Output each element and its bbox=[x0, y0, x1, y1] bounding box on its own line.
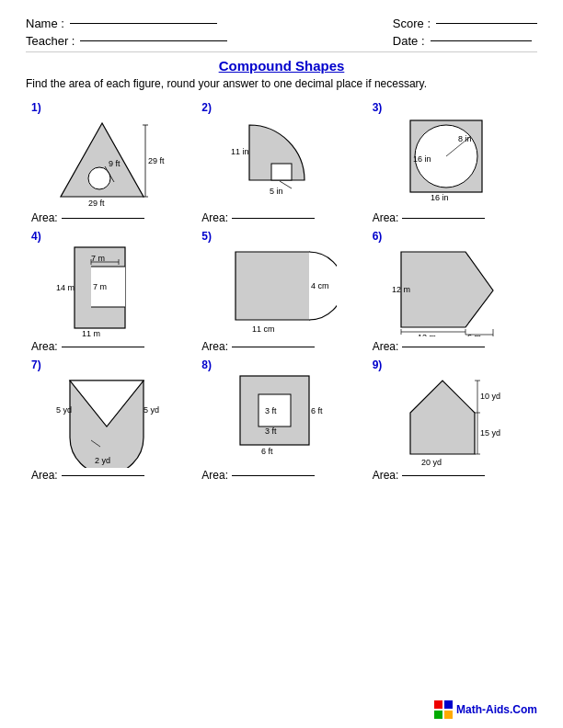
svg-4: 7 m 7 m 14 m 11 m bbox=[56, 243, 167, 339]
footer-text: Math-Aids.Com bbox=[456, 703, 537, 716]
figure-2: 11 in 5 in bbox=[201, 116, 361, 208]
figure-5: 4 cm 11 cm bbox=[201, 245, 361, 336]
area-line-3 bbox=[402, 218, 485, 219]
date-line bbox=[431, 40, 532, 41]
svg-text:16 in: 16 in bbox=[431, 193, 449, 202]
problem-8: 8) 3 ft 3 ft 6 ft 6 ft Ar bbox=[196, 355, 366, 483]
problem-9: 9) 10 yd 15 yd 20 yd bbox=[367, 355, 537, 483]
problem-8-number: 8) bbox=[201, 358, 212, 371]
area-line-5 bbox=[232, 347, 315, 347]
score-label: Score : bbox=[393, 17, 431, 30]
area-label-8: Area: bbox=[201, 469, 315, 482]
area-label-4: Area: bbox=[31, 340, 144, 353]
date-row: Date : bbox=[393, 34, 537, 48]
area-label-2: Area: bbox=[201, 211, 315, 224]
area-line-2 bbox=[232, 218, 315, 219]
page-title: Compound Shapes bbox=[26, 58, 537, 74]
svg-marker-52 bbox=[410, 381, 475, 454]
svg-rect-61 bbox=[434, 700, 442, 709]
area-label-3: Area: bbox=[373, 211, 486, 224]
score-row: Score : bbox=[393, 17, 537, 30]
area-label-9: Area: bbox=[373, 469, 486, 482]
area-label-7: Area: bbox=[31, 469, 144, 482]
svg-text:5 in: 5 in bbox=[270, 187, 283, 196]
svg-3: 16 in 16 in 8 in bbox=[401, 116, 502, 208]
figure-6: 12 m 12 m 6 m bbox=[373, 245, 532, 336]
svg-marker-32 bbox=[401, 252, 493, 327]
svg-rect-62 bbox=[444, 700, 453, 709]
header-right: Score : Date : bbox=[393, 17, 537, 48]
svg-text:5 yd: 5 yd bbox=[56, 405, 72, 415]
problem-7-number: 7) bbox=[31, 358, 41, 371]
svg-text:5 yd: 5 yd bbox=[144, 405, 159, 415]
svg-text:12 m: 12 m bbox=[418, 333, 436, 336]
name-label: Name : bbox=[26, 17, 64, 30]
area-label-1: Area: bbox=[31, 211, 144, 224]
svg-text:15 yd: 15 yd bbox=[480, 428, 500, 438]
area-line-1 bbox=[62, 218, 144, 219]
name-line bbox=[70, 23, 217, 24]
problem-7: 7) 5 yd 5 yd 2 yd Area: bbox=[26, 355, 196, 483]
svg-text:6 m: 6 m bbox=[467, 333, 481, 336]
svg-text:11 m: 11 m bbox=[82, 329, 100, 338]
svg-2: 11 in 5 in bbox=[231, 116, 332, 208]
problem-1-number: 1) bbox=[31, 101, 41, 114]
area-line-4 bbox=[62, 347, 144, 347]
page: Name : Teacher : Score : Date : Compound… bbox=[0, 0, 563, 728]
svg-text:3 ft: 3 ft bbox=[265, 406, 277, 415]
svg-text:11 cm: 11 cm bbox=[252, 324, 275, 334]
header-left: Name : Teacher : bbox=[26, 17, 227, 48]
problem-2: 2) 11 in 5 in Area: bbox=[196, 97, 366, 226]
svg-text:2 yd: 2 yd bbox=[95, 456, 110, 465]
svg-text:20 yd: 20 yd bbox=[421, 458, 442, 467]
figure-7: 5 yd 5 yd 2 yd bbox=[31, 373, 190, 465]
svg-text:6 ft: 6 ft bbox=[311, 406, 323, 415]
problem-6-number: 6) bbox=[373, 230, 383, 243]
svg-text:10 yd: 10 yd bbox=[480, 392, 500, 401]
area-label-6: Area: bbox=[373, 340, 486, 353]
figure-9: 10 yd 15 yd 20 yd bbox=[373, 373, 532, 465]
problem-3-number: 3) bbox=[373, 101, 383, 114]
svg-text:11 in: 11 in bbox=[231, 147, 249, 156]
svg-text:12 m: 12 m bbox=[392, 285, 410, 294]
problem-9-number: 9) bbox=[373, 358, 383, 371]
svg-text:7 m: 7 m bbox=[91, 254, 105, 263]
area-label-5: Area: bbox=[201, 340, 315, 353]
problem-1: 1) 9 ft 29 ft 29 ft bbox=[26, 97, 196, 226]
svg-7: 5 yd 5 yd 2 yd bbox=[56, 371, 167, 468]
svg-rect-63 bbox=[434, 711, 442, 719]
svg-text:16 in: 16 in bbox=[413, 154, 431, 164]
instructions: Find the area of each figure, round your… bbox=[26, 77, 537, 90]
area-line-9 bbox=[402, 475, 485, 476]
figure-3: 16 in 16 in 8 in bbox=[373, 116, 532, 208]
svg-5: 4 cm 11 cm bbox=[226, 245, 337, 336]
svg-text:9 ft: 9 ft bbox=[109, 159, 121, 168]
svg-6: 12 m 12 m 6 m bbox=[392, 245, 511, 336]
svg-8: 3 ft 3 ft 6 ft 6 ft bbox=[226, 371, 337, 468]
area-line-6 bbox=[402, 347, 485, 347]
problem-2-number: 2) bbox=[201, 101, 212, 114]
area-line-8 bbox=[232, 475, 315, 476]
score-line bbox=[436, 23, 537, 24]
svg-9: 10 yd 15 yd 20 yd bbox=[392, 371, 511, 468]
problem-4: 4) 7 m 7 m bbox=[26, 226, 196, 355]
problem-3: 3) 16 in 16 in 8 in Area: bbox=[367, 97, 537, 226]
figure-4: 7 m 7 m 14 m 11 m bbox=[31, 245, 190, 336]
problem-5: 5) 4 cm 11 cm Area: bbox=[196, 226, 366, 355]
svg-text:3 ft: 3 ft bbox=[265, 427, 277, 436]
header: Name : Teacher : Score : Date : bbox=[26, 17, 537, 48]
problem-4-number: 4) bbox=[31, 230, 41, 243]
svg-1: 9 ft 29 ft 29 ft bbox=[52, 116, 171, 208]
problems-grid: 1) 9 ft 29 ft 29 ft bbox=[26, 97, 537, 483]
svg-text:4 cm: 4 cm bbox=[311, 281, 329, 290]
header-divider bbox=[26, 51, 537, 52]
svg-text:7 m: 7 m bbox=[93, 282, 107, 291]
svg-text:29 ft: 29 ft bbox=[148, 156, 165, 165]
svg-rect-9 bbox=[271, 164, 292, 180]
svg-text:14 m: 14 m bbox=[56, 283, 75, 292]
figure-8: 3 ft 3 ft 6 ft 6 ft bbox=[201, 373, 361, 465]
area-line-7 bbox=[62, 475, 144, 476]
svg-text:6 ft: 6 ft bbox=[261, 447, 273, 456]
date-label: Date : bbox=[393, 34, 425, 48]
figure-1: 9 ft 29 ft 29 ft bbox=[31, 116, 190, 208]
